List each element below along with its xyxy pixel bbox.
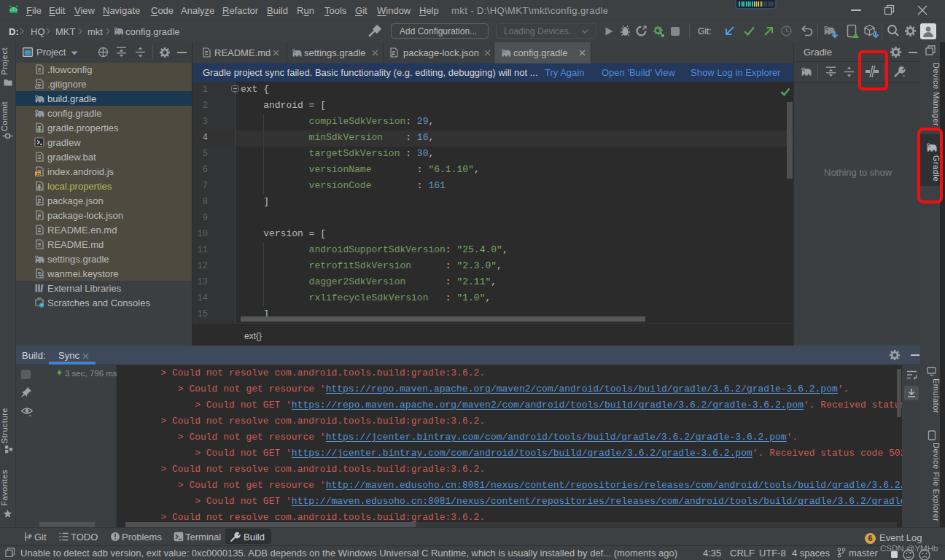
svg-text:JS: JS [36,172,41,176]
svg-text:?: ? [39,272,43,279]
svg-text:{..}: {..} [36,214,44,220]
svg-text:{..}: {..} [391,52,399,58]
svg-text:{..}: {..} [36,200,44,206]
